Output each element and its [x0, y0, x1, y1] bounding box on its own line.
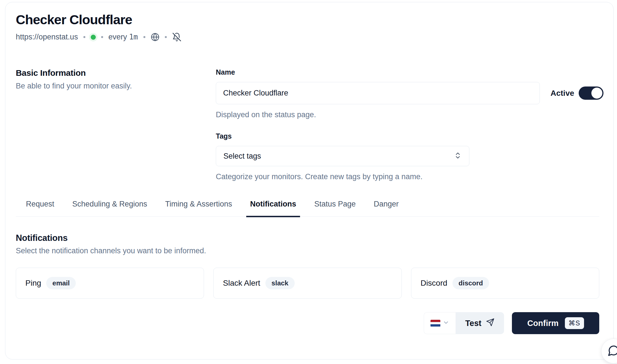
tab-notifications[interactable]: Notifications [246, 200, 300, 216]
test-button-group: Test [424, 312, 504, 334]
footer-actions: Test Confirm ⌘S [16, 312, 599, 334]
channel-name: Ping [25, 279, 41, 288]
channel-name: Discord [421, 279, 447, 288]
monitor-url: https://openstat.us [16, 33, 78, 41]
basic-information-intro: Basic Information Be able to find your m… [16, 68, 216, 181]
status-up-indicator [91, 35, 96, 40]
name-row: Active [216, 82, 603, 104]
channel-card-discord[interactable]: Discord discord [411, 268, 599, 299]
tab-scheduling-regions[interactable]: Scheduling & Regions [68, 200, 151, 216]
channel-provider-badge: email [46, 277, 76, 289]
monitor-subheader: https://openstat.us every 1m [16, 32, 599, 42]
settings-tabs: Request Scheduling & Regions Timing & As… [16, 200, 599, 217]
tab-timing-assertions[interactable]: Timing & Assertions [161, 200, 236, 216]
bell-off-icon [172, 32, 181, 42]
schedule-text: every 1m [108, 33, 138, 41]
page-title: Checker Cloudflare [16, 12, 599, 27]
monitor-settings-card: Checker Cloudflare https://openstat.us e… [5, 2, 614, 359]
separator-dot [143, 36, 145, 38]
name-field-label: Name [216, 68, 603, 76]
confirm-button-label: Confirm [527, 319, 558, 328]
channel-name: Slack Alert [223, 279, 260, 288]
tags-help-text: Categorize your monitors. Create new tag… [216, 172, 603, 181]
notifications-heading: Notifications [16, 233, 599, 243]
tags-select-value: Select tags [223, 152, 261, 161]
notifications-description: Select the notification channels you wan… [16, 247, 599, 255]
basic-information-fields: Name Active Displayed on the status page… [216, 68, 603, 181]
active-toggle[interactable] [579, 86, 603, 100]
separator-dot [165, 36, 167, 38]
tags-block: Tags Select tags Categorize your monitor… [216, 132, 603, 181]
chevrons-up-down-icon [454, 152, 462, 161]
name-help-text: Displayed on the status page. [216, 110, 603, 119]
test-region-dropdown[interactable] [424, 312, 456, 334]
basic-information-heading: Basic Information [16, 68, 216, 78]
tab-status-page[interactable]: Status Page [310, 200, 359, 216]
channel-card-slack-alert[interactable]: Slack Alert slack [213, 268, 401, 299]
active-label: Active [551, 89, 574, 98]
tab-danger[interactable]: Danger [370, 200, 403, 216]
send-icon [486, 318, 494, 329]
test-button-label: Test [465, 319, 481, 328]
chevron-down-icon [443, 319, 449, 327]
notification-channels: Ping email Slack Alert slack Discord dis… [16, 268, 599, 299]
separator-dot [101, 36, 103, 38]
tags-field-label: Tags [216, 132, 603, 140]
toggle-knob [591, 88, 602, 99]
monitor-name-input[interactable] [216, 82, 540, 104]
confirm-button[interactable]: Confirm ⌘S [512, 312, 599, 334]
basic-information-section: Basic Information Be able to find your m… [16, 68, 599, 181]
basic-information-description: Be able to find your monitor easily. [16, 82, 216, 90]
separator-dot [83, 36, 85, 38]
globe-icon [151, 33, 159, 41]
tags-select[interactable]: Select tags [216, 146, 469, 166]
chat-bubble-icon [608, 345, 617, 358]
netherlands-flag-icon [430, 320, 440, 327]
tab-request[interactable]: Request [22, 200, 58, 216]
confirm-shortcut-badge: ⌘S [565, 317, 584, 329]
test-button[interactable]: Test [456, 312, 504, 334]
channel-provider-badge: slack [265, 277, 295, 289]
channel-card-ping[interactable]: Ping email [16, 268, 204, 299]
channel-provider-badge: discord [452, 277, 489, 289]
active-toggle-group: Active [551, 86, 603, 100]
